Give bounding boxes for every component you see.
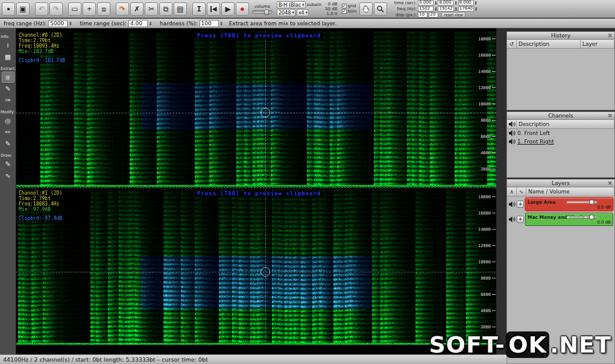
layers-wave-icon[interactable]: ∿ (517, 187, 526, 196)
layer-volume-thumb[interactable] (589, 215, 594, 220)
layer-volume-slider[interactable] (566, 201, 598, 204)
skip-to-start-button[interactable]: ◀ (207, 2, 220, 16)
tool-extract-pencil-button[interactable]: ✎ (2, 83, 14, 94)
spinner-arrows-icon[interactable] (455, 6, 457, 11)
play-button[interactable]: ▶ (221, 2, 235, 16)
volume-label: volume (254, 4, 270, 9)
layer-row-large-area[interactable]: + Large Area 0.0 dB (507, 196, 614, 212)
history-list[interactable] (507, 49, 614, 109)
freq-tick-label: 8000 (481, 276, 491, 281)
speaker-icon[interactable] (508, 201, 516, 208)
freq-tick-label: 14000 (478, 69, 491, 74)
bilin-option[interactable]: bilin (342, 9, 357, 14)
freq-range-param-field[interactable]: 5000 (48, 20, 68, 27)
zoom-multiplier-select[interactable]: x4 (297, 9, 309, 16)
layer-add-button[interactable]: + (517, 216, 524, 223)
hardness-param-field[interactable]: 100 (200, 20, 219, 27)
layer-volume-unit: dB (605, 205, 611, 210)
spectrogram-channel-0[interactable]: 1800016000140001200010000800060004000200… (16, 31, 496, 187)
move-selection-button[interactable]: + (83, 2, 96, 16)
select-transform-button[interactable]: ⧈ (97, 2, 110, 16)
select-rectangle-button[interactable]: ▭ (68, 2, 81, 16)
spinner-arrows-icon[interactable] (455, 0, 456, 5)
history-column-description[interactable]: Description (517, 40, 581, 48)
tool-target-button[interactable]: ◎ (2, 115, 14, 126)
spinner-arrows-icon[interactable] (221, 20, 222, 26)
channels-column-description[interactable]: Description (517, 120, 614, 128)
layer-bar[interactable]: Mac Money and Vinnie.wav 0.0 dB (525, 213, 613, 226)
grid-option[interactable]: grid (342, 4, 357, 8)
spinner-arrows-icon[interactable] (475, 6, 477, 11)
freq-tick-label: 6000 (481, 134, 491, 139)
history-close-button[interactable] (608, 32, 613, 39)
grid-checkbox[interactable] (342, 4, 347, 8)
layers-column-name-volume[interactable]: Name / Volume (526, 187, 614, 196)
paste-button[interactable]: ▤ (174, 2, 187, 16)
tool-extract-area-button[interactable]: ⧈ (2, 72, 14, 83)
redo-button[interactable]: ↷ (49, 2, 63, 16)
window-function-select[interactable]: B-H (Blac (277, 1, 306, 8)
copy-button[interactable]: ⧉ (159, 2, 172, 16)
spinner-arrows-icon[interactable] (435, 0, 437, 5)
spinner-arrows-icon[interactable] (475, 0, 477, 5)
time-range-param-field[interactable]: 4.00 (128, 20, 148, 27)
layer-bar[interactable]: Large Area 0.0 dB (525, 198, 613, 211)
fft-size-select[interactable]: 2048 (277, 9, 295, 16)
reset-view-button[interactable]: reset view (441, 12, 465, 17)
spinner-arrows-icon[interactable] (435, 6, 437, 11)
db-top-label: 0 dB (328, 2, 338, 7)
history-panel-titlebar[interactable]: History (507, 32, 614, 40)
channels-panel-titlebar[interactable]: Channels (507, 112, 614, 120)
layer-volume-thumb[interactable] (589, 199, 594, 205)
tool-extract-pen-button[interactable]: ✑ (2, 95, 14, 105)
disp-y-field[interactable]: 20 (429, 12, 438, 17)
channel-item-front-left[interactable]: 0. Front Left (507, 129, 614, 137)
undo-button[interactable]: ↶ (35, 2, 48, 16)
new-document-button[interactable]: ▪ (2, 2, 15, 16)
history-column-layer[interactable]: Layer (581, 40, 614, 48)
select-transform-icon: ⧈ (101, 5, 106, 13)
volume-slider-thumb[interactable] (264, 10, 269, 15)
pan-hand-button[interactable] (359, 2, 373, 16)
ibeam-cursor-button[interactable]: I (192, 2, 206, 16)
history-undo-icon[interactable]: ↺ (507, 40, 517, 48)
time-start-field[interactable]: 0.000 (418, 0, 434, 5)
disp-x-field[interactable]: 10 (418, 12, 427, 17)
spectrogram-canvas-channel-1[interactable] (16, 189, 496, 345)
spectrogram-canvas-channel-0[interactable] (16, 31, 496, 187)
layer-row-mac-money-and-vinnie[interactable]: + Mac Money and Vinnie.wav 0.0 dB (507, 212, 614, 227)
freq-span-field[interactable]: 17640 (458, 6, 474, 11)
tool-modify-pencil-button[interactable]: ✎ (2, 138, 14, 149)
delete-button[interactable]: ✗ (130, 2, 144, 16)
spectrogram-channel-1[interactable]: 1800016000140001200010000800060004000200… (16, 189, 496, 345)
bilin-checkbox[interactable] (342, 9, 347, 14)
time-end-field[interactable]: 8.000 (438, 0, 453, 5)
spinner-arrows-icon[interactable] (69, 20, 71, 26)
save-button[interactable]: ▣ (16, 2, 30, 16)
revert-button[interactable]: ↷ (116, 2, 129, 16)
channels-close-button[interactable] (608, 112, 613, 119)
layer-add-button[interactable]: + (517, 201, 524, 208)
freq-start-field[interactable]: 1502 (418, 6, 434, 11)
layers-collapse-icon[interactable]: ∧ (507, 187, 517, 196)
tool-info-button[interactable]: i (2, 40, 14, 51)
speaker-icon[interactable] (508, 216, 516, 223)
skip-to-start-icon: ◀ (210, 6, 217, 12)
spinner-arrows-icon[interactable] (150, 20, 151, 26)
time-span-field[interactable]: 8.000 (458, 0, 474, 5)
cut-button[interactable]: ✂ (145, 2, 158, 16)
channels-speaker-icon[interactable] (507, 120, 517, 128)
freq-end-field[interactable]: 19142 (438, 6, 453, 11)
volume-slider[interactable] (252, 10, 273, 14)
tool-smudge-button[interactable]: ✏ (2, 127, 14, 137)
tool-draw-wave-button[interactable]: ∿ (2, 170, 14, 181)
tool-marker-button[interactable]: ▦ (2, 51, 14, 62)
tool-draw-pencil-button[interactable]: ✎ (2, 158, 14, 169)
layers-panel-titlebar[interactable]: Layers (507, 180, 614, 187)
channel-item-front-right[interactable]: 1. Front Right (507, 137, 614, 146)
zoom-button[interactable] (374, 2, 387, 16)
layer-volume-slider[interactable] (566, 216, 598, 219)
layers-close-button[interactable] (608, 180, 613, 187)
channel-item-label: 1. Front Right (517, 139, 554, 145)
record-button[interactable]: ● (236, 2, 249, 16)
